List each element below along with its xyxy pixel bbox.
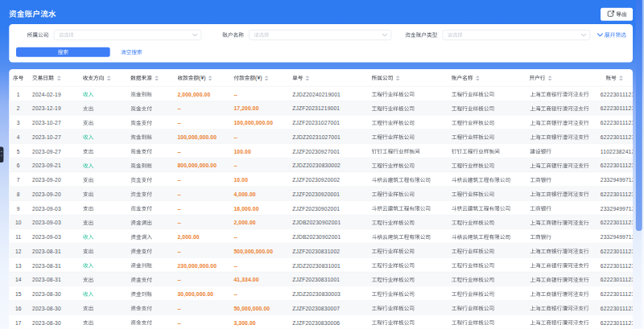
svg-text:ZJZF20230830006: ZJZF20230830006	[292, 320, 340, 326]
svg-text:2023-10-27: 2023-10-27	[32, 120, 61, 125]
svg-text:3: 3	[17, 120, 20, 125]
svg-text:ZJDZ20230830003: ZJDZ20230830003	[292, 291, 341, 297]
svg-text:--: --	[177, 120, 180, 125]
svg-text:2023-12-19: 2023-12-19	[32, 105, 61, 111]
svg-text:2023-09-03: 2023-09-03	[32, 234, 61, 240]
svg-text:100,000,000.00: 100,000,000.00	[177, 134, 217, 141]
svg-text:(¥): (¥)	[255, 75, 262, 81]
svg-text:11: 11	[15, 234, 21, 240]
svg-text:2023-08-30: 2023-08-30	[32, 291, 61, 297]
svg-text:ZJZF20230927001: ZJZF20230927001	[292, 149, 340, 154]
svg-text:ZJZF20230920002: ZJZF20230920002	[292, 177, 340, 183]
svg-text:16: 16	[15, 306, 22, 311]
svg-text:ZJZF20230831001: ZJZF20230831001	[292, 277, 340, 282]
svg-text:2023-10-27: 2023-10-27	[32, 134, 61, 140]
svg-text:ZJDB20230902001: ZJDB20230902001	[292, 220, 341, 225]
svg-text:ZJZF20230920001: ZJZF20230920001	[292, 191, 340, 197]
svg-text:10.00: 10.00	[233, 177, 248, 183]
svg-text:6: 6	[17, 162, 20, 168]
svg-text:2023-09-27: 2023-09-27	[32, 149, 61, 154]
svg-text:2024-02-19: 2024-02-19	[32, 92, 61, 97]
svg-text:2023-09-21: 2023-09-21	[32, 162, 61, 168]
svg-text:--: --	[233, 291, 237, 297]
svg-text:100,000,000.00: 100,000,000.00	[233, 120, 273, 126]
svg-text:17: 17	[15, 320, 22, 326]
svg-text:2,000,000.00: 2,000,000.00	[177, 92, 210, 98]
svg-text:ZJZF20230902001: ZJZF20230902001	[292, 206, 340, 212]
svg-text:2023-09-03: 2023-09-03	[32, 220, 61, 225]
svg-text:16,000.00: 16,000.00	[233, 206, 258, 212]
svg-text:ZJDZ20231027001: ZJDZ20231027001	[292, 134, 341, 140]
svg-text:10: 10	[15, 220, 22, 225]
svg-text:1: 1	[17, 92, 20, 97]
svg-text:2023-09-03: 2023-09-03	[32, 206, 61, 212]
svg-text:13: 13	[15, 263, 22, 269]
svg-text:ZJDZ20230831001: ZJDZ20230831001	[292, 263, 341, 269]
svg-text:500,000,000.00: 500,000,000.00	[233, 249, 273, 255]
svg-text:ZJZF20231027001: ZJZF20231027001	[292, 120, 340, 125]
svg-text:ZJZF20230831002: ZJZF20230831002	[292, 249, 340, 254]
svg-text:2: 2	[17, 105, 20, 111]
svg-text:800,000,000.00: 800,000,000.00	[177, 162, 217, 169]
svg-text:230,000,000.00: 230,000,000.00	[177, 263, 217, 269]
svg-text:--: --	[177, 277, 180, 282]
svg-text:14: 14	[15, 277, 22, 282]
svg-text:12: 12	[15, 249, 22, 254]
svg-text:2023-08-30: 2023-08-30	[32, 320, 61, 326]
svg-text:2023-08-31: 2023-08-31	[32, 249, 61, 254]
svg-text:--: --	[177, 191, 180, 197]
svg-text:2023-09-20: 2023-09-20	[32, 177, 61, 183]
svg-text:--: --	[177, 105, 180, 111]
svg-text:8: 8	[17, 191, 20, 197]
svg-text:(¥): (¥)	[199, 75, 206, 81]
svg-text:15: 15	[15, 291, 22, 297]
svg-text:17,200.00: 17,200.00	[233, 105, 258, 112]
svg-text:3,300.00: 3,300.00	[233, 320, 255, 327]
svg-text:ZJDZ20240219001: ZJDZ20240219001	[292, 92, 341, 97]
svg-text:30,000,000.00: 30,000,000.00	[177, 291, 213, 298]
svg-text:41,334.00: 41,334.00	[233, 277, 258, 283]
svg-text:2,000.00: 2,000.00	[233, 220, 255, 226]
svg-text:--: --	[177, 177, 180, 183]
svg-text:2023-08-31: 2023-08-31	[32, 277, 61, 282]
svg-text:ZJZF20231219001: ZJZF20231219001	[292, 105, 340, 111]
svg-text:--: --	[233, 162, 237, 168]
svg-text:100.00: 100.00	[233, 149, 251, 154]
svg-text:--: --	[177, 206, 180, 212]
svg-text:--: --	[233, 134, 237, 140]
svg-text:5: 5	[17, 149, 20, 154]
svg-text:--: --	[233, 263, 237, 269]
svg-text:ZJZF20230830007: ZJZF20230830007	[292, 306, 340, 311]
svg-text:--: --	[233, 234, 237, 240]
svg-text:--: --	[177, 320, 180, 326]
svg-text:--: --	[177, 149, 180, 154]
svg-text:9: 9	[17, 206, 20, 212]
svg-text:--: --	[177, 220, 180, 225]
svg-text:--: --	[177, 306, 180, 311]
svg-text:4,000.00: 4,000.00	[233, 191, 255, 198]
svg-text:50,000,000.00: 50,000,000.00	[233, 306, 270, 312]
svg-text:2,000.00: 2,000.00	[177, 234, 199, 241]
svg-text:2023-08-30: 2023-08-30	[32, 306, 61, 311]
svg-text:4: 4	[17, 134, 20, 140]
svg-text:2023-09-20: 2023-09-20	[32, 191, 61, 197]
svg-text:7: 7	[17, 177, 20, 183]
svg-text:ZJDZ20230830002: ZJDZ20230830002	[292, 162, 341, 168]
svg-text:--: --	[177, 249, 180, 254]
svg-text:ZJDB20230902001: ZJDB20230902001	[292, 234, 341, 240]
svg-text:--: --	[233, 92, 237, 97]
svg-text:2023-08-31: 2023-08-31	[32, 263, 61, 269]
